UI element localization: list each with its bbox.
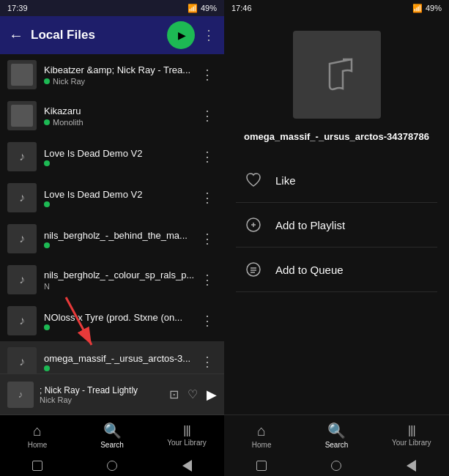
back-button-android-right[interactable] bbox=[404, 458, 419, 473]
track-more-button[interactable]: ⋮ bbox=[198, 64, 217, 86]
track-artist-row bbox=[44, 242, 198, 248]
now-playing-note: ♪ bbox=[18, 389, 23, 400]
time-left: 17:39 bbox=[7, 4, 28, 12]
album-art bbox=[293, 31, 381, 119]
green-dot bbox=[44, 365, 50, 371]
devices-icon[interactable]: ⊡ bbox=[169, 387, 179, 401]
status-icons-left: 📶 49% bbox=[188, 4, 217, 13]
nav-search-label-right: Search bbox=[325, 441, 349, 449]
left-panel: 17:39 📶 49% ← Local Files ⋮ Kibeatzer &a… bbox=[0, 0, 224, 476]
track-name: nils_bergholz_-_behind_the_ma... bbox=[44, 230, 198, 241]
nav-library-label: Your Library bbox=[167, 439, 207, 447]
thumb-img bbox=[11, 105, 33, 127]
track-artist-row: Monolith bbox=[44, 118, 198, 127]
nav-library[interactable]: ||| Your Library bbox=[149, 415, 224, 455]
track-name: NOloss x Tyre (prod. Stxne (on... bbox=[44, 312, 198, 323]
spacer bbox=[224, 292, 449, 414]
list-item[interactable]: Kikazaru Monolith ⋮ bbox=[0, 95, 224, 136]
queue-icon bbox=[245, 261, 261, 278]
now-playing-thumb: ♪ bbox=[7, 382, 34, 408]
list-item[interactable]: ♪ nils_bergholz_-_behind_the_ma... ⋮ bbox=[0, 218, 224, 259]
battery-right: 49% bbox=[426, 4, 442, 12]
like-button[interactable]: Like bbox=[236, 158, 437, 203]
now-playing-artist: Nick Ray bbox=[40, 395, 163, 404]
music-note-icon: ♪ bbox=[19, 232, 25, 245]
track-thumbnail: ♪ bbox=[7, 306, 37, 335]
home-icon: ⌂ bbox=[33, 423, 42, 439]
nav-search-label: Search bbox=[100, 441, 124, 449]
track-name: Kibeatzer &amp; Nick Ray - Trea... bbox=[44, 64, 198, 75]
now-playing-title: ; Nick Ray - Tread Lightly bbox=[40, 385, 163, 395]
right-content: omega_massif_-_ursus_arctos-34378786 Lik… bbox=[224, 16, 449, 292]
music-note-icon: ♪ bbox=[19, 191, 25, 204]
track-name: Love Is Dead Demo V2 bbox=[44, 189, 198, 200]
track-thumbnail: ♪ bbox=[7, 347, 37, 373]
music-note-icon: ♪ bbox=[19, 273, 25, 286]
now-playing-bar[interactable]: ♪ ; Nick Ray - Tread Lightly Nick Ray ⊡ … bbox=[0, 373, 224, 414]
now-playing-controls: ⊡ ♡ ▶ bbox=[169, 387, 217, 403]
track-more-button[interactable]: ⋮ bbox=[198, 105, 217, 127]
list-item[interactable]: ♪ nils_bergholz_-_colour_sp_rals_p... N … bbox=[0, 259, 224, 300]
status-bar-right: 17:46 📶 49% bbox=[224, 0, 449, 16]
library-icon-right: ||| bbox=[408, 424, 415, 437]
track-info: nils_bergholz_-_colour_sp_rals_p... N bbox=[44, 269, 198, 291]
track-thumbnail: ♪ bbox=[7, 142, 37, 171]
green-dot bbox=[44, 119, 50, 125]
recents-button[interactable] bbox=[30, 458, 45, 473]
bottom-nav: ⌂ Home 🔍 Search ||| Your Library bbox=[0, 414, 224, 455]
recents-button-right[interactable] bbox=[254, 458, 269, 473]
track-more-button[interactable]: ⋮ bbox=[198, 187, 217, 209]
heart-icon[interactable]: ♡ bbox=[188, 387, 198, 401]
nav-search[interactable]: 🔍 Search bbox=[75, 415, 149, 455]
add-to-queue-label: Add to Queue bbox=[275, 264, 344, 276]
list-item[interactable]: ♪ Love Is Dead Demo V2 ⋮ bbox=[0, 177, 224, 218]
track-name: Love Is Dead Demo V2 bbox=[44, 148, 198, 159]
header: ← Local Files ⋮ bbox=[0, 16, 224, 54]
nav-library-label-right: Your Library bbox=[392, 439, 431, 447]
list-item[interactable]: ♪ Love Is Dead Demo V2 ⋮ bbox=[0, 136, 224, 177]
track-thumbnail bbox=[7, 101, 37, 130]
menu-list: Like Add to Playlist bbox=[236, 158, 437, 292]
track-more-button[interactable]: ⋮ bbox=[198, 269, 217, 291]
list-item[interactable]: ♪ NOloss x Tyre (prod. Stxne (on... ⋮ bbox=[0, 300, 224, 341]
track-info: Kikazaru Monolith bbox=[44, 105, 198, 127]
like-label: Like bbox=[275, 174, 296, 187]
nav-home[interactable]: ⌂ Home bbox=[0, 415, 75, 455]
green-dot bbox=[44, 201, 50, 207]
track-more-button[interactable]: ⋮ bbox=[198, 146, 217, 168]
track-more-button[interactable]: ⋮ bbox=[198, 228, 217, 250]
nav-search-right[interactable]: 🔍 Search bbox=[299, 415, 374, 455]
home-button[interactable] bbox=[105, 458, 119, 473]
now-playing-info: ; Nick Ray - Tread Lightly Nick Ray bbox=[40, 385, 163, 404]
back-button-android[interactable] bbox=[179, 458, 194, 473]
home-icon-right: ⌂ bbox=[257, 423, 266, 439]
music-note-icon-large bbox=[315, 49, 359, 100]
add-to-playlist-label: Add to Playlist bbox=[275, 219, 345, 231]
page-title: Local Files bbox=[31, 28, 160, 42]
list-item[interactable]: ♪ omega_massif_-_ursus_arctos-3... ⋮ bbox=[0, 341, 224, 373]
nav-home-label-right: Home bbox=[252, 441, 272, 449]
track-info: Kibeatzer &amp; Nick Ray - Trea... Nick … bbox=[44, 64, 198, 86]
nav-library-right[interactable]: ||| Your Library bbox=[374, 415, 449, 455]
nav-home-right[interactable]: ⌂ Home bbox=[224, 415, 299, 455]
track-more-button[interactable]: ⋮ bbox=[198, 351, 217, 373]
green-dot bbox=[44, 160, 50, 166]
play-pause-button[interactable]: ▶ bbox=[207, 387, 217, 403]
back-button[interactable]: ← bbox=[9, 27, 23, 44]
track-artist-row bbox=[44, 324, 198, 330]
track-info: nils_bergholz_-_behind_the_ma... bbox=[44, 230, 198, 248]
options-icon[interactable]: ⋮ bbox=[202, 27, 215, 43]
signal-icon: 📶 bbox=[188, 4, 198, 13]
list-item[interactable]: Kibeatzer &amp; Nick Ray - Trea... Nick … bbox=[0, 54, 224, 95]
play-all-button[interactable] bbox=[167, 21, 195, 49]
track-more-button[interactable]: ⋮ bbox=[198, 310, 217, 332]
song-title: omega_massif_-_ursus_arctos-34378786 bbox=[244, 130, 429, 144]
home-button-right[interactable] bbox=[329, 458, 344, 473]
green-dot bbox=[44, 324, 50, 330]
svg-point-6 bbox=[247, 263, 260, 276]
add-to-queue-button[interactable]: Add to Queue bbox=[236, 248, 437, 292]
right-panel: 17:46 📶 49% omega_massif_-_ursus_arctos-… bbox=[224, 0, 449, 476]
add-to-playlist-button[interactable]: Add to Playlist bbox=[236, 203, 437, 248]
track-thumbnail: ♪ bbox=[7, 265, 37, 294]
music-note-icon: ♪ bbox=[19, 150, 25, 163]
